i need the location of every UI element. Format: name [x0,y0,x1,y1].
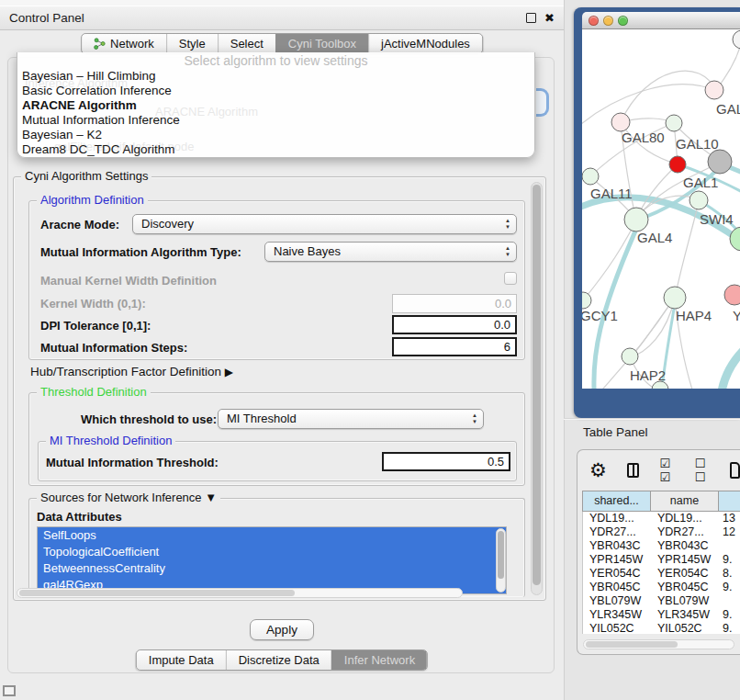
network-window-titlebar[interactable] [582,12,740,29]
network-node[interactable] [582,168,599,185]
document-icon[interactable] [730,462,740,479]
scrollbar-thumb[interactable] [586,641,678,648]
attribute-item[interactable]: SelfLoops [38,527,506,544]
data-attributes-list: SelfLoopsTopologicalCoefficientBetweenne… [37,526,507,594]
network-node[interactable] [666,115,682,131]
scrollbar-thumb[interactable] [19,590,295,596]
aracne-mode-label: Aracne Mode: [40,218,119,231]
network-edge[interactable] [675,202,699,298]
traffic-light[interactable] [603,16,613,26]
settings-horizontal-scrollbar[interactable] [17,588,463,598]
close-panel-icon[interactable]: ✖ [544,12,555,24]
table-panel-window: shared...nameA YDL19...YDL19...13YDR27..… [577,449,740,655]
table-row[interactable]: YDR27...YDR27...12 [583,525,740,539]
traffic-light[interactable] [589,16,599,26]
traffic-lights [589,16,628,26]
float-panel-icon[interactable] [526,13,536,23]
table-cell: YBL079W [651,594,719,608]
tab[interactable]: Select [218,34,275,53]
network-node[interactable] [669,156,686,173]
table-cell: YIL052C [651,622,719,634]
table-row[interactable]: YPR145WYPR145W9. [583,553,740,567]
algorithm-dropdown-popup: Select algorithm to view settings Bayesi… [17,52,535,158]
control-panel-tabs: NetworkStyleSelectCyni ToolboxjActiveMNo… [81,33,483,54]
control-panel-titlebar: Control Panel ✖ [0,6,564,30]
settings-vertical-scrollbar[interactable] [531,182,543,595]
sources-group: Sources for Network Inference ▼ Data Att… [28,498,525,597]
tab[interactable]: Style [166,34,218,53]
network-node[interactable] [664,287,686,309]
network-node[interactable] [624,208,648,231]
table-row[interactable]: YIL052CYIL052C9. [583,622,740,634]
network-node-label: GAL11 [590,186,633,201]
table-row[interactable]: YLR345WYLR345W9. [583,608,740,622]
network-edge[interactable] [720,333,740,389]
panel-resize-grip[interactable] [3,685,16,696]
list-vertical-scrollbar[interactable] [496,528,506,593]
network-node[interactable] [690,191,708,209]
table-row[interactable]: YBR043CYBR043C [583,539,740,553]
panel-title: Control Panel [9,11,84,25]
tab[interactable]: Network [82,34,166,53]
network-node[interactable] [582,292,591,309]
data-attributes-label: Data Attributes [37,510,122,524]
ghost-text: galFiltered.sif default node [54,140,194,153]
traffic-light[interactable] [618,16,628,26]
algorithm-definition-title: Algorithm Definition [37,193,148,207]
table-cell: YBR045C [651,581,719,594]
tab[interactable]: Cyni Toolbox [275,34,368,53]
mi-algorithm-type-select[interactable]: Naive Bayes ▲▼ [264,242,517,262]
tab[interactable]: Infer Network [331,650,427,670]
network-node[interactable] [730,227,740,251]
tab[interactable]: jActiveMNodules [368,34,482,53]
apply-button[interactable]: Apply [250,619,314,640]
attribute-item[interactable]: TopologicalCoefficient [38,544,506,560]
scrollbar-thumb[interactable] [533,185,541,585]
table-row[interactable]: YDL19...YDL19...13 [583,512,740,525]
network-edge[interactable] [621,71,715,122]
network-edge[interactable] [583,220,636,300]
network-canvas[interactable]: GAL7GAL10GAL80GAL1GAL11GAL4SWI4GCY1HAP4Y… [582,29,740,389]
table-row[interactable]: YBL079WYBL079W [583,594,740,608]
dpi-tolerance-field[interactable]: 0.0 [392,315,517,334]
network-node[interactable] [611,113,630,131]
tab[interactable]: Discretize Data [226,650,331,670]
hub-definition-expander[interactable]: Hub/Transcription Factor Definition ▶ [30,365,233,378]
manual-kernel-width-checkbox[interactable] [504,272,517,285]
sources-group-title: Sources for Network Inference ▼ [37,491,220,504]
network-node[interactable] [724,285,740,305]
ghost-text: Inference Algorithm [25,76,128,90]
expand-right-icon[interactable]: ▶ [225,366,233,378]
table-row[interactable]: YER054CYER054C8. [583,567,740,581]
aracne-mode-select[interactable]: Discovery ▲▼ [132,214,517,234]
unchecked-pair-icon[interactable] [695,457,710,484]
threshold-definition-group: Threshold Definition Which threshold to … [28,392,525,486]
mi-steps-field[interactable]: 6 [392,337,517,356]
tab[interactable]: Impute Data [137,650,226,670]
column-header[interactable]: shared... [583,491,651,511]
kernel-width-field[interactable]: 0.0 [392,294,517,313]
network-node-label: SWI4 [700,211,734,227]
column-header[interactable]: name [651,491,719,511]
network-node[interactable] [733,30,740,49]
gear-icon[interactable] [589,461,607,480]
network-node[interactable] [705,81,723,99]
which-threshold-label: Which threshold to use: [81,412,217,426]
attribute-item[interactable]: BetweennessCentrality [38,560,506,577]
which-threshold-select[interactable]: MI Threshold ▲▼ [218,409,484,429]
table-horizontal-scrollbar[interactable] [583,639,734,649]
checked-pair-icon[interactable] [659,457,674,484]
network-node[interactable] [622,348,638,365]
algorithm-option[interactable]: ARACNE Algorithm [22,98,530,113]
columns-icon[interactable] [627,463,640,478]
scrollbar-thumb[interactable] [498,531,504,579]
table-cell: 13 [719,512,740,525]
table-cell: YER054C [583,567,651,581]
table-row[interactable]: YBR045CYBR045C9. [583,581,740,594]
table-panel-title: Table Panel [583,425,648,439]
column-header[interactable]: A [719,491,740,511]
algorithm-option[interactable]: Mutual Information Inference [22,113,530,128]
mi-threshold-field[interactable]: 0.5 [382,452,510,471]
network-node[interactable] [708,150,732,174]
focused-combo-fragment [536,88,549,117]
